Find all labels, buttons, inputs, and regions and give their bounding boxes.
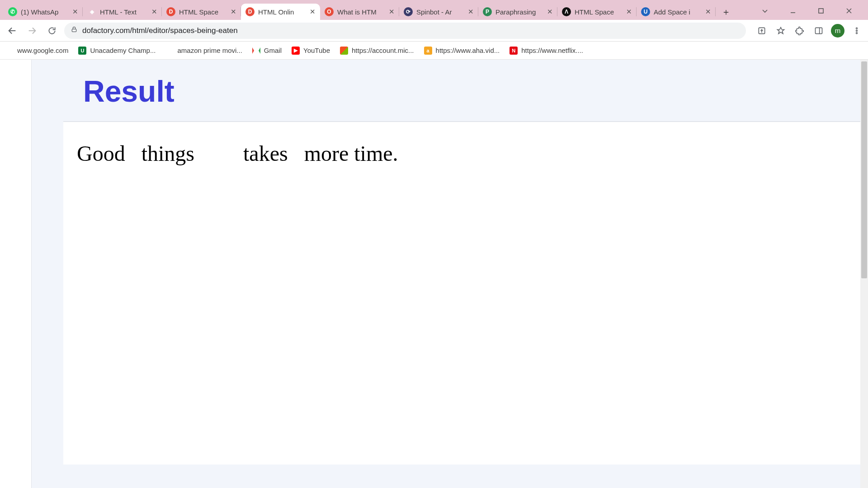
aha-icon: a bbox=[424, 47, 432, 55]
url-text: dofactory.com/html/editor/spaces-being-e… bbox=[82, 26, 740, 35]
whatsapp-icon: ✆ bbox=[8, 7, 17, 16]
site-u-icon: U bbox=[641, 7, 650, 16]
tab-html-space-1[interactable]: D HTML Space ✕ bbox=[162, 4, 241, 20]
svg-point-13 bbox=[856, 30, 858, 31]
tab-paraphrasing[interactable]: P Paraphrasing ✕ bbox=[478, 4, 557, 20]
bookmark-netflix[interactable]: N https://www.netflix.... bbox=[509, 47, 583, 55]
tab-html-space-2[interactable]: Λ HTML Space ✕ bbox=[557, 4, 637, 20]
extensions-icon[interactable] bbox=[793, 24, 807, 38]
site-a-icon: Λ bbox=[562, 7, 571, 16]
close-tab-icon[interactable]: ✕ bbox=[229, 8, 237, 16]
opera-icon: O bbox=[325, 7, 334, 16]
tab-html-text[interactable]: ◈ HTML - Text ✕ bbox=[83, 4, 162, 20]
bookmark-unacademy[interactable]: U Unacademy Champ... bbox=[78, 47, 156, 55]
bookmarks-bar: G www.google.com U Unacademy Champ... G … bbox=[0, 42, 868, 60]
dofactory-icon: D bbox=[166, 7, 175, 16]
result-header: Result bbox=[63, 60, 863, 121]
svg-rect-6 bbox=[72, 29, 76, 32]
minimize-button[interactable] bbox=[786, 5, 800, 17]
youtube-icon: ▶ bbox=[292, 47, 300, 55]
lock-icon bbox=[71, 26, 78, 35]
tab-what-is-html[interactable]: O What is HTM ✕ bbox=[320, 4, 399, 20]
bookmark-microsoft[interactable]: https://account.mic... bbox=[340, 47, 414, 55]
bookmark-aha[interactable]: a https://www.aha.vid... bbox=[424, 47, 500, 55]
address-bar[interactable]: dofactory.com/html/editor/spaces-being-e… bbox=[64, 23, 746, 39]
tab-title: (1) WhatsAp bbox=[21, 8, 71, 16]
bookmark-label: amazon prime movi... bbox=[177, 47, 242, 54]
bookmark-youtube[interactable]: ▶ YouTube bbox=[292, 47, 330, 55]
bookmark-label: https://www.netflix.... bbox=[521, 47, 583, 54]
menu-icon[interactable] bbox=[850, 24, 863, 38]
window-controls bbox=[758, 5, 864, 20]
bookmark-google[interactable]: G www.google.com bbox=[5, 47, 68, 55]
spinbot-icon: ⟳ bbox=[404, 7, 413, 16]
tab-title: HTML Onlin bbox=[258, 8, 308, 16]
new-tab-button[interactable]: ＋ bbox=[719, 5, 733, 19]
bookmark-label: Gmail bbox=[264, 47, 282, 54]
tab-search-button[interactable] bbox=[758, 5, 772, 17]
tab-spinbot[interactable]: ⟳ Spinbot - Ar ✕ bbox=[399, 4, 478, 20]
tab-title: What is HTM bbox=[337, 8, 387, 16]
close-tab-icon[interactable]: ✕ bbox=[625, 8, 633, 16]
microsoft-icon bbox=[340, 47, 348, 55]
browser-tabstrip: ✆ (1) WhatsAp ✕ ◈ HTML - Text ✕ D HTML S… bbox=[0, 0, 868, 20]
result-heading: Result bbox=[83, 74, 844, 108]
close-tab-icon[interactable]: ✕ bbox=[704, 8, 712, 16]
tab-title: HTML - Text bbox=[100, 8, 150, 16]
forward-button[interactable] bbox=[24, 23, 40, 38]
tab-whatsapp[interactable]: ✆ (1) WhatsAp ✕ bbox=[4, 4, 83, 20]
avatar-letter: m bbox=[835, 27, 841, 34]
result-panel: Result Good things takes more time. bbox=[63, 60, 863, 488]
svg-rect-1 bbox=[819, 9, 823, 13]
back-button[interactable] bbox=[5, 23, 20, 38]
close-tab-icon[interactable]: ✕ bbox=[546, 8, 554, 16]
scrollbar-thumb[interactable] bbox=[861, 61, 867, 278]
tab-title: HTML Space bbox=[179, 8, 229, 16]
tab-title: HTML Space bbox=[575, 8, 625, 16]
bookmark-amazon-prime[interactable]: G amazon prime movi... bbox=[165, 47, 242, 55]
browser-toolbar: dofactory.com/html/editor/spaces-being-e… bbox=[0, 20, 868, 42]
result-body: Good things takes more time. bbox=[63, 121, 863, 465]
bookmark-label: www.google.com bbox=[17, 47, 68, 54]
bookmark-label: Unacademy Champ... bbox=[90, 47, 156, 54]
editor-divider bbox=[32, 60, 63, 488]
tab-title: Add Space i bbox=[654, 8, 704, 16]
vertical-scrollbar[interactable] bbox=[860, 60, 868, 488]
close-tab-icon[interactable]: ✕ bbox=[150, 8, 158, 16]
profile-avatar[interactable]: m bbox=[831, 24, 844, 38]
close-window-button[interactable] bbox=[842, 5, 856, 17]
bookmark-star-icon[interactable] bbox=[774, 24, 788, 38]
bookmark-gmail[interactable]: Gmail bbox=[252, 47, 282, 55]
svg-point-14 bbox=[856, 32, 858, 33]
bookmark-label: YouTube bbox=[303, 47, 330, 54]
share-icon[interactable] bbox=[755, 24, 769, 38]
svg-rect-10 bbox=[816, 28, 822, 33]
bookmark-label: https://account.mic... bbox=[352, 47, 414, 54]
google-icon: G bbox=[5, 47, 14, 55]
search-icon: G bbox=[165, 47, 174, 55]
tab-html-online[interactable]: D HTML Onlin ✕ bbox=[241, 4, 320, 20]
close-tab-icon[interactable]: ✕ bbox=[387, 8, 396, 16]
tab-add-space[interactable]: U Add Space i ✕ bbox=[637, 4, 716, 20]
svg-marker-9 bbox=[778, 27, 784, 33]
maximize-button[interactable] bbox=[814, 5, 828, 17]
svg-point-12 bbox=[856, 28, 858, 29]
close-tab-icon[interactable]: ✕ bbox=[308, 8, 316, 16]
editor-left-gutter bbox=[0, 60, 32, 488]
side-panel-icon[interactable] bbox=[812, 24, 826, 38]
dofactory-icon: D bbox=[245, 7, 255, 16]
close-tab-icon[interactable]: ✕ bbox=[71, 8, 79, 16]
unacademy-icon: U bbox=[78, 47, 86, 55]
bookmark-label: https://www.aha.vid... bbox=[436, 47, 500, 54]
page-viewport: Result Good things takes more time. bbox=[0, 60, 868, 488]
result-text: Good things takes more time. bbox=[77, 141, 849, 166]
reload-button[interactable] bbox=[44, 23, 60, 38]
gmail-icon bbox=[252, 47, 260, 55]
close-tab-icon[interactable]: ✕ bbox=[467, 8, 475, 16]
paraphrase-icon: P bbox=[483, 7, 492, 16]
toolbar-right: m bbox=[755, 24, 863, 38]
diamond-icon: ◈ bbox=[87, 7, 96, 16]
netflix-icon: N bbox=[509, 47, 518, 55]
tab-title: Paraphrasing bbox=[495, 8, 546, 16]
tab-title: Spinbot - Ar bbox=[416, 8, 467, 16]
